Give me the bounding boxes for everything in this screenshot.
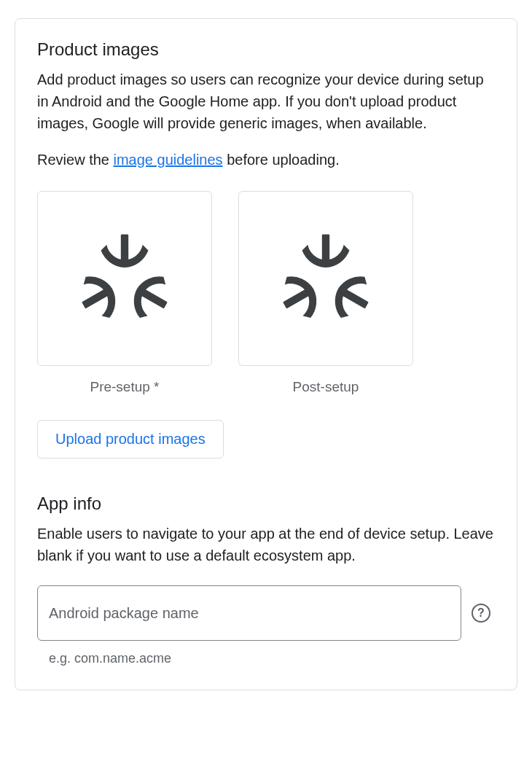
pre-setup-image-box[interactable] [37, 191, 212, 366]
product-image-row: Pre-setup * [37, 191, 495, 395]
svg-rect-5 [283, 289, 310, 308]
pre-setup-image-cell: Pre-setup * [37, 191, 212, 395]
svg-rect-3 [322, 235, 329, 261]
svg-rect-2 [82, 289, 109, 308]
pre-setup-label: Pre-setup * [90, 379, 159, 395]
app-info-description: Enable users to navigate to your app at … [37, 523, 495, 566]
package-name-input[interactable] [37, 585, 461, 641]
svg-rect-0 [121, 235, 128, 261]
svg-rect-4 [342, 289, 369, 308]
settings-card: Product images Add product images so use… [15, 18, 517, 690]
matter-icon [77, 230, 172, 327]
image-guidelines-link[interactable]: image guidelines [114, 152, 223, 168]
app-info-title: App info [37, 494, 495, 514]
package-name-field: Android package name [37, 585, 461, 641]
product-images-description: Add product images so users can recogniz… [37, 69, 495, 134]
post-setup-label: Post-setup [293, 379, 359, 395]
matter-icon [278, 230, 373, 327]
review-suffix: before uploading. [223, 152, 340, 168]
post-setup-image-cell: Post-setup [238, 191, 413, 395]
post-setup-image-box[interactable] [238, 191, 413, 366]
package-name-hint: e.g. com.name.acme [49, 651, 495, 666]
upload-product-images-button[interactable]: Upload product images [37, 420, 224, 459]
package-name-row: Android package name ? [37, 585, 495, 641]
help-icon[interactable]: ? [472, 604, 490, 623]
svg-rect-1 [141, 289, 168, 308]
review-prefix: Review the [37, 152, 114, 168]
product-images-title: Product images [37, 39, 495, 60]
product-images-review-line: Review the image guidelines before uploa… [37, 149, 495, 171]
